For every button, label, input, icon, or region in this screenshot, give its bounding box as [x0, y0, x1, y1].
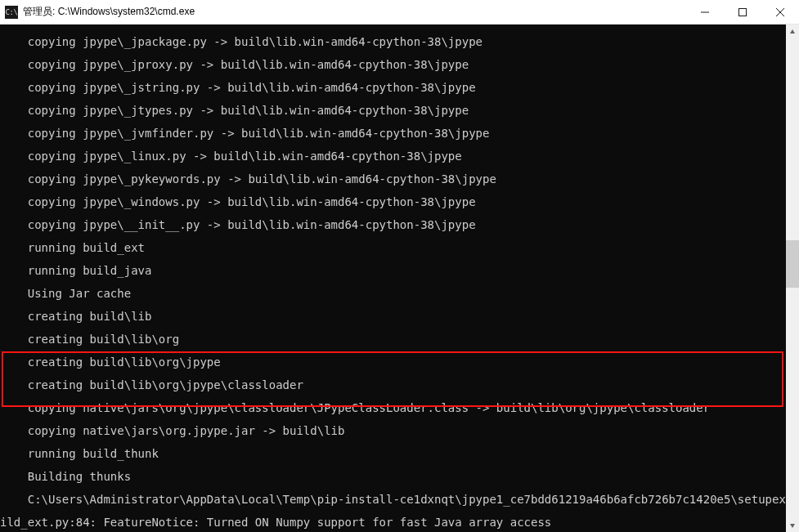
- titlebar[interactable]: C:\ 管理员: C:\Windows\system32\cmd.exe: [0, 0, 799, 25]
- svg-marker-4: [790, 29, 795, 34]
- output-line: copying jpype\_windows.py -> build\lib.w…: [0, 196, 799, 208]
- output-line: running build_java: [0, 265, 799, 276]
- cmd-icon: C:\: [5, 6, 18, 19]
- minimize-button[interactable]: [686, 0, 724, 24]
- output-line: copying native\jars\org.jpype.jar -> bui…: [0, 425, 799, 436]
- vertical-scrollbar[interactable]: [786, 25, 799, 532]
- output-line: copying jpype\_jvmfinder.py -> build\lib…: [0, 127, 799, 139]
- svg-rect-1: [739, 8, 747, 16]
- output-line: copying jpype\_linux.py -> build\lib.win…: [0, 150, 799, 162]
- terminal-output[interactable]: copying jpype\_jpackage.py -> build\lib.…: [0, 25, 799, 532]
- output-line: creating build\lib\org\jpype\classloader: [0, 379, 799, 391]
- output-line: copying jpype\_jtypes.py -> build\lib.wi…: [0, 105, 799, 116]
- svg-marker-5: [790, 524, 795, 528]
- output-line: creating build\lib\org\jpype: [0, 356, 799, 368]
- close-button[interactable]: [761, 0, 799, 24]
- scroll-thumb[interactable]: [786, 240, 799, 288]
- scroll-down-button[interactable]: [786, 518, 799, 532]
- output-line: creating build\lib\org: [0, 333, 799, 345]
- output-line: copying jpype\_pykeywords.py -> build\li…: [0, 173, 799, 185]
- output-line: copying native\jars\org\jpype\classloade…: [0, 402, 799, 414]
- output-line: copying jpype\_jpackage.py -> build\lib.…: [0, 36, 799, 47]
- output-line: copying jpype\_jproxy.py -> build\lib.wi…: [0, 59, 799, 70]
- scroll-track[interactable]: [786, 38, 799, 518]
- scroll-up-button[interactable]: [786, 25, 799, 38]
- output-line: copying jpype\_jstring.py -> build\lib.w…: [0, 82, 799, 93]
- output-line: copying jpype\__init__.py -> build\lib.w…: [0, 219, 799, 230]
- output-line: creating build\lib: [0, 311, 799, 322]
- output-line: running build_thunk: [0, 448, 799, 459]
- output-line: C:\Users\Administrator\AppData\Local\Tem…: [0, 494, 799, 505]
- window-controls: [686, 0, 799, 24]
- output-line: running build_ext: [0, 242, 799, 253]
- maximize-button[interactable]: [724, 0, 761, 24]
- window-title: 管理员: C:\Windows\system32\cmd.exe: [23, 5, 686, 19]
- output-line: Using Jar cache: [0, 288, 799, 299]
- output-line: ild_ext.py:84: FeatureNotice: Turned ON …: [0, 516, 799, 528]
- output-line: Building thunks: [0, 471, 799, 482]
